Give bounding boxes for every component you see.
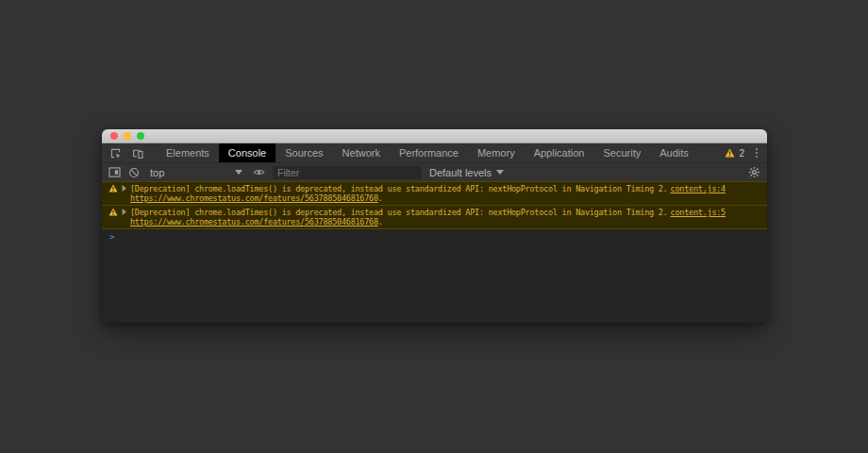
device-toolbar-icon <box>132 147 144 159</box>
console-messages-pane: [Deprecation] chrome.loadTimes() is depr… <box>102 181 767 323</box>
tabbar-spacer <box>698 143 720 162</box>
tab-security[interactable]: Security <box>593 143 650 162</box>
inspect-icon <box>109 147 122 159</box>
warning-count-label: 2 <box>739 148 744 159</box>
close-button[interactable] <box>110 132 118 140</box>
zoom-button[interactable] <box>137 132 144 140</box>
message-link-suffix: . <box>378 193 383 203</box>
message-source-link[interactable]: content.js:4 <box>671 184 726 193</box>
gear-icon <box>748 166 760 178</box>
warning-count-badge[interactable]: 2 <box>719 143 750 162</box>
devtools-tabbar: Elements Console Sources Network Perform… <box>102 143 767 162</box>
console-warning-message: [Deprecation] chrome.loadTimes() is depr… <box>102 181 767 206</box>
device-toolbar-button[interactable] <box>128 143 147 162</box>
message-url-link[interactable]: https://www.chromestatus.com/features/56… <box>130 193 378 203</box>
console-sidebar-toggle[interactable] <box>108 167 121 177</box>
chevron-down-icon <box>235 170 242 175</box>
settings-button[interactable] <box>748 166 760 178</box>
devtools-window: Elements Console Sources Network Perform… <box>102 129 767 323</box>
inspect-element-button[interactable] <box>106 143 125 162</box>
message-source-link[interactable]: content.js:5 <box>671 208 726 217</box>
clear-console-button[interactable] <box>128 167 140 178</box>
tab-console[interactable]: Console <box>219 143 275 162</box>
context-selector-value: top <box>150 167 235 178</box>
tab-elements[interactable]: Elements <box>157 143 219 162</box>
tab-network[interactable]: Network <box>333 143 390 162</box>
message-url-link[interactable]: https://www.chromestatus.com/features/56… <box>130 217 378 226</box>
live-expression-button[interactable] <box>253 166 265 178</box>
tab-application[interactable]: Application <box>525 143 594 162</box>
tab-performance[interactable]: Performance <box>390 143 468 162</box>
tab-sources[interactable]: Sources <box>275 143 332 162</box>
warning-triangle-icon <box>725 148 735 158</box>
levels-selector-value: Default levels <box>429 167 492 178</box>
chevron-down-icon <box>496 170 504 175</box>
ban-icon <box>128 167 140 178</box>
warning-triangle-icon <box>108 184 118 193</box>
console-toolbar: top Default levels <box>102 162 767 181</box>
eye-icon <box>253 166 265 178</box>
context-selector[interactable]: top <box>147 165 245 179</box>
console-warning-message: [Deprecation] chrome.loadTimes() is depr… <box>102 206 767 229</box>
tab-memory[interactable]: Memory <box>468 143 525 162</box>
console-prompt[interactable]: > <box>102 229 767 242</box>
warning-triangle-icon <box>108 208 118 216</box>
desktop: { "window": { "traffic_lights": ["close"… <box>0 0 868 453</box>
filter-input[interactable] <box>273 166 422 179</box>
levels-selector[interactable]: Default levels <box>429 167 504 178</box>
kebab-menu-icon <box>756 148 758 150</box>
tab-audits[interactable]: Audits <box>650 143 698 162</box>
message-text: [Deprecation] chrome.loadTimes() is depr… <box>130 208 668 217</box>
message-link-suffix: . <box>378 217 383 226</box>
console-sidebar-icon <box>108 167 121 177</box>
more-options-button[interactable] <box>750 143 767 162</box>
message-text: [Deprecation] chrome.loadTimes() is depr… <box>130 184 668 193</box>
expand-caret-icon[interactable] <box>122 209 126 215</box>
prompt-chevron-icon: > <box>109 233 114 242</box>
expand-caret-icon[interactable] <box>122 185 126 192</box>
minimize-button[interactable] <box>124 132 131 140</box>
window-titlebar <box>102 129 767 143</box>
